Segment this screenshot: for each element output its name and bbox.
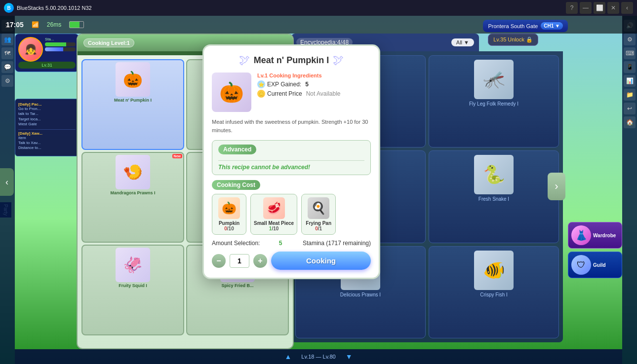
- recipe-item-squid[interactable]: 🦑 Fruity Squid I: [81, 245, 184, 335]
- folder-icon[interactable]: 📁: [624, 89, 636, 101]
- party-icon[interactable]: 👥: [1, 34, 13, 45]
- wifi-icon: 📶: [32, 21, 39, 28]
- level-arrow-left: ▲: [284, 353, 291, 361]
- cooking-cost-section: Cooking Cost 🎃 Pumpkin 0/10 🥩 Small Meat…: [212, 180, 371, 235]
- back-icon[interactable]: ↩: [624, 103, 636, 114]
- home-icon[interactable]: 🏠: [624, 116, 636, 128]
- pumpkin-name: Pumpkin: [219, 220, 239, 226]
- ingredient-pumpkin: 🎃 Pumpkin 0/10: [212, 194, 246, 235]
- nav-arrow-left[interactable]: ‹: [0, 168, 14, 196]
- map-icon[interactable]: 🗺: [1, 47, 13, 59]
- level-label: Lv.1 Cooking Ingredients: [257, 73, 371, 78]
- right-sidebar: 🔊 ⚙ ⌨ 📱 📊 📁 ↩ 🏠: [622, 16, 637, 364]
- recipe-detail-modal: 🕊 Meat n' Pumpkin I 🕊 🎃 Lv.1 Cooking Ing…: [202, 44, 380, 279]
- dropdown-icon: ▼: [464, 39, 469, 45]
- nav-arrow-right[interactable]: ›: [548, 173, 565, 200]
- cook-controls: − 1 + Cooking: [212, 252, 371, 270]
- wardrobe-button[interactable]: 👗 Wardrobe: [568, 222, 622, 249]
- right-recipe-crispy-fish[interactable]: 🐠 Crispy Fish I: [429, 246, 559, 338]
- snake-name: Fresh Snake I: [478, 196, 509, 202]
- wing-left-icon: 🕊: [239, 54, 250, 67]
- ingredients-row: 🎃 Pumpkin 0/10 🥩 Small Meat Piece 1/10 🍳…: [212, 194, 371, 235]
- server-name: Prontera South Gate: [488, 23, 538, 29]
- battery-indicator: [69, 21, 84, 28]
- meat-count: 1/10: [269, 226, 279, 231]
- wardrobe-label: Wardrobe: [593, 233, 616, 238]
- back-nav-btn[interactable]: ‹: [621, 2, 633, 14]
- ingredient-meat: 🥩 Small Meat Piece 1/10: [250, 194, 297, 235]
- detail-stats: Lv.1 Cooking Ingredients ⭐ EXP Gained: 5…: [257, 73, 371, 112]
- qty-increase-button[interactable]: +: [253, 254, 267, 268]
- prawns-name: Delicious Prawns I: [340, 292, 381, 297]
- detail-info-row: 🎃 Lv.1 Cooking Ingredients ⭐ EXP Gained:…: [212, 73, 371, 112]
- guild-label: Guild: [593, 262, 606, 268]
- settings-icon2[interactable]: ⚙: [1, 75, 13, 87]
- guild-button[interactable]: 🛡 Guild: [568, 252, 622, 278]
- recipe-name-spicy: Spicy Fried B...: [221, 283, 253, 288]
- lv35-unlock-badge: Lv.35 Unlock 🔒: [488, 34, 538, 46]
- detail-header: 🕊 Meat n' Pumpkin I 🕊: [212, 54, 371, 67]
- stamina-value: 5: [279, 240, 282, 247]
- bottom-bar: ▲ Lv.18 — Lv.80 ▼: [15, 349, 622, 364]
- bluestacks-title: BlueStacks 5.00.200.1012 N32: [17, 5, 566, 11]
- wing-right-icon: 🕊: [333, 54, 344, 67]
- exp-gained-label: EXP Gained:: [267, 81, 301, 88]
- advanced-section: Advanced This recipe cannot be advanced!: [212, 140, 371, 175]
- detail-img: 🎃: [212, 73, 251, 112]
- minimize-btn[interactable]: —: [580, 2, 592, 14]
- price-value: Not Available: [306, 90, 341, 97]
- screen-icon[interactable]: 📱: [624, 61, 636, 73]
- all-filter-button[interactable]: All ▼: [451, 38, 474, 46]
- recipe-img-meat-pumpkin: 🎃: [116, 62, 150, 97]
- chat-icon[interactable]: 💬: [1, 61, 13, 73]
- server-info: Prontera South Gate CH1 ▼: [483, 20, 568, 32]
- stamina-label: Stamina (1717 remaining): [303, 240, 371, 247]
- quest-panel: [Daily] Pac... Go to Pron...talk to Tar.…: [15, 99, 79, 156]
- restore-btn[interactable]: ⬜: [594, 2, 605, 14]
- pan-count: 0/1: [315, 226, 322, 231]
- qty-decrease-button[interactable]: −: [212, 254, 226, 268]
- bluestacks-logo: B: [4, 3, 14, 13]
- settings-icon[interactable]: ⚙: [624, 34, 636, 45]
- cooking-cost-title: Cooking Cost: [212, 180, 260, 190]
- meat-icon: 🥩: [263, 197, 285, 219]
- detail-description: Meat infused with the sweetness of pumpk…: [212, 118, 371, 134]
- cook-button[interactable]: Cooking: [271, 252, 371, 270]
- price-label: Current Price: [267, 90, 302, 97]
- character-avatar: 👧: [18, 37, 43, 62]
- all-filter-label: All: [456, 39, 462, 45]
- stats-icon[interactable]: 📊: [624, 75, 636, 87]
- crispy-fish-name: Crispy Fish I: [480, 292, 508, 297]
- fly-leg-name: Fly Leg Folk Remedy I: [469, 101, 518, 107]
- qty-display: 1: [230, 254, 249, 268]
- recipe-name-mandragora: Mandragora Prawns I: [110, 190, 155, 195]
- hp-bar: [45, 42, 76, 46]
- game-time: 17:05: [6, 21, 24, 29]
- bluestacks-bar: B BlueStacks 5.00.200.1012 N32 ? — ⬜ ✕ ‹: [0, 0, 637, 16]
- right-ui-panel: 👗 Wardrobe 🛡 Guild: [568, 222, 622, 278]
- keyboard-icon[interactable]: ⌨: [624, 47, 636, 59]
- advanced-title: Advanced: [218, 145, 256, 154]
- char-level-badge: Lv.31: [18, 62, 76, 69]
- level-range: Lv.18 — Lv.80: [301, 354, 335, 360]
- new-badge: New: [172, 154, 182, 158]
- wardrobe-icon: 👗: [571, 225, 591, 245]
- window-controls: ? — ⬜ ✕ ‹: [566, 2, 633, 14]
- channel-badge: CH1 ▼: [541, 22, 563, 30]
- close-btn[interactable]: ✕: [607, 2, 619, 14]
- quest-text-1: Go to Pron...talk to Tar...Target loca..…: [18, 107, 76, 127]
- exp-row: ⭐ EXP Gained: 5: [257, 80, 371, 88]
- right-recipe-snake[interactable]: 🐍 Fresh Snake I: [429, 150, 559, 243]
- recipe-name-squid: Fruity Squid I: [119, 283, 147, 288]
- right-recipe-fly-leg[interactable]: 🦟 Fly Leg Folk Remedy I: [429, 55, 559, 147]
- recipe-item-meat-pumpkin[interactable]: 🎃 Meat n' Pumpkin I: [81, 59, 184, 150]
- sp-bar: [45, 47, 76, 51]
- quest-label-1: [Daily] Pac...: [18, 102, 76, 107]
- level-arrow-down: ▼: [346, 353, 353, 361]
- cannot-advance-text: This recipe cannot be advanced!: [218, 164, 364, 171]
- quest-label-2: [Daily] Xaw...: [18, 131, 76, 136]
- help-btn[interactable]: ?: [566, 2, 578, 14]
- detail-title: Meat n' Pumpkin I: [254, 55, 329, 66]
- recipe-item-mandragora[interactable]: New 🍤 Mandragora Prawns I: [81, 152, 184, 243]
- recipe-name-meat-pumpkin: Meat n' Pumpkin I: [114, 98, 152, 103]
